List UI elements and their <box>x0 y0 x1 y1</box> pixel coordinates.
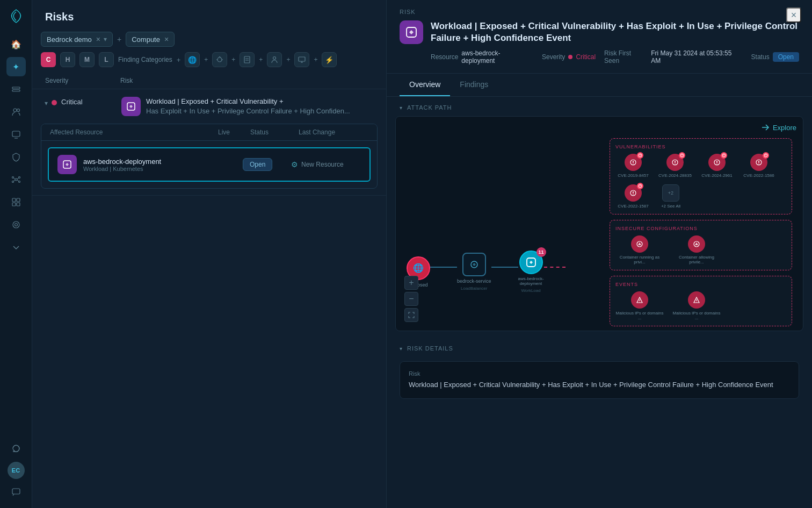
svg-point-19 <box>15 224 17 226</box>
event-item-2: Malicious IPs or domains ... <box>672 291 721 320</box>
status-meta: Status Open <box>751 52 799 62</box>
risk-label: RISK <box>400 9 799 15</box>
vuln-item-2: CVE-2024-28835 <box>657 154 693 178</box>
new-resource-indicator: ⚙ New Resource <box>291 160 361 169</box>
svg-line-10 <box>13 178 15 179</box>
finding-icon-bug[interactable] <box>212 52 227 67</box>
svg-rect-1 <box>12 90 20 91</box>
finding-icon-doc[interactable] <box>240 52 255 67</box>
severity-meta-label: Severity <box>542 53 565 61</box>
status-open-button[interactable]: Open <box>243 158 272 171</box>
workload-sublabel: WorkLoad <box>521 288 540 293</box>
resource-meta: Resource aws-bedrock-deployment <box>431 49 533 65</box>
see-all-label: +2 See All <box>661 204 680 209</box>
vuln-badge-1 <box>637 152 643 159</box>
tab-overview[interactable]: Overview <box>400 74 450 96</box>
severity-low-btn[interactable]: L <box>99 52 114 67</box>
sidebar-item-users[interactable] <box>6 102 26 121</box>
environment-filter-close[interactable]: × <box>96 35 100 44</box>
misconfig-label-2: Container allowing privile... <box>672 255 721 264</box>
misconfig-item-2: Container allowing privile... <box>672 235 721 264</box>
risk-detail-value: Workload | Exposed + Critical Vulnerabil… <box>409 380 790 390</box>
sub-table-row[interactable]: aws-bedrock-deployment Workload | Kubern… <box>48 147 371 182</box>
severity-high-btn[interactable]: H <box>60 52 75 67</box>
misconfig-icon-2 <box>688 235 705 253</box>
sidebar-item-home[interactable]: 🏠 <box>6 34 26 54</box>
filter-plus-icon: + <box>117 35 121 44</box>
risk-subtitle: Has Exploit + In Use + Privilege Control… <box>146 106 350 116</box>
risk-row[interactable]: ▾ Critical Workload | Exposed + Critical… <box>32 89 386 124</box>
page-title: Risks <box>32 0 386 32</box>
vuln-card: VULNERABILITIES CVE-2019-8457 <box>610 138 792 214</box>
svg-point-5 <box>15 178 17 181</box>
attack-path-label: ATTACK PATH <box>407 104 452 111</box>
vuln-icon-3 <box>708 154 726 171</box>
svg-point-18 <box>13 221 19 228</box>
service-circle <box>462 253 486 276</box>
environment-filter[interactable]: Bedrock demo × ▾ <box>41 32 113 47</box>
app-logo <box>6 6 26 26</box>
events-card-title: EVENTS <box>615 282 786 287</box>
svg-point-51 <box>758 163 759 164</box>
risk-details-section-header[interactable]: ▾ RISK DETAILS <box>387 338 812 357</box>
vuln-item-3: CVE-2024-2961 <box>699 154 735 178</box>
new-resource-label: New Resource <box>301 161 344 168</box>
sidebar-item-refresh[interactable] <box>6 439 26 459</box>
filters-row: Bedrock demo × ▾ + Compute × <box>32 32 386 52</box>
svg-line-12 <box>13 180 15 181</box>
sidebar-item-expand[interactable] <box>6 238 26 257</box>
finding-icon-bolt[interactable]: ⚡ <box>322 52 337 67</box>
svg-point-3 <box>17 109 19 112</box>
environment-filter-label: Bedrock demo <box>47 35 92 44</box>
user-avatar[interactable]: EC <box>8 462 25 479</box>
compute-filter-close[interactable]: × <box>164 35 169 44</box>
sidebar-item-shield[interactable] <box>6 147 26 167</box>
sidebar-item-alerts[interactable] <box>6 125 26 144</box>
detail-tabs: Overview Findings <box>387 74 812 97</box>
sidebar-item-risks[interactable]: ✦ <box>6 57 26 76</box>
ap-cards: VULNERABILITIES CVE-2019-8457 <box>610 138 792 326</box>
sub-table-header: Affected Resource Live Status Last Chang… <box>41 124 377 141</box>
risks-panel: Risks Bedrock demo × ▾ + Compute × C H M… <box>32 0 387 508</box>
attack-path-chevron: ▾ <box>400 105 403 111</box>
tab-findings[interactable]: Findings <box>450 74 498 96</box>
resource-type: Workload | Kubernetes <box>83 166 211 172</box>
zoom-fit-button[interactable] <box>404 308 418 322</box>
risk-details-section: Risk Workload | Exposed + Critical Vulne… <box>387 357 812 410</box>
zoom-in-button[interactable]: + <box>404 276 418 290</box>
sidebar-item-camera[interactable] <box>6 215 26 234</box>
finding-icon-person[interactable] <box>267 52 282 67</box>
zoom-out-button[interactable]: − <box>404 292 418 306</box>
explore-button[interactable]: Explore <box>761 123 796 132</box>
svg-rect-20 <box>12 489 20 494</box>
risk-group: ▾ Critical Workload | Exposed + Critical… <box>32 89 386 196</box>
service-sublabel: LoadBalancer <box>461 286 487 291</box>
sidebar-item-graph[interactable] <box>6 170 26 189</box>
risk-icon-box <box>121 97 141 116</box>
misconfig-card-title: INSECURE CONFIGURATIONS <box>615 226 786 231</box>
vuln-item-seeall[interactable]: +2 +2 See All <box>657 184 684 209</box>
sidebar-item-chat[interactable] <box>6 482 26 502</box>
attack-path-section-header[interactable]: ▾ ATTACK PATH <box>387 97 812 116</box>
vuln-item-4: CVE-2022-1586 <box>741 154 777 178</box>
col-risk: Risk <box>120 77 373 84</box>
close-button[interactable]: × <box>786 8 801 23</box>
svg-rect-14 <box>12 198 16 202</box>
sidebar-item-connect[interactable] <box>6 192 26 212</box>
event-label-1: Malicious IPs or domains ... <box>615 311 664 320</box>
finding-icon-globe[interactable]: 🌐 <box>185 52 200 67</box>
sidebar-item-layers[interactable] <box>6 80 26 99</box>
vuln-icon-5 <box>625 184 642 202</box>
svg-rect-4 <box>12 131 20 137</box>
zoom-controls: + − <box>404 276 418 322</box>
finding-icon-screen[interactable] <box>294 52 309 67</box>
svg-rect-22 <box>244 56 250 63</box>
severity-critical-btn[interactable]: C <box>41 52 56 67</box>
severity-medium-btn[interactable]: M <box>79 52 95 67</box>
expand-icon[interactable]: ▾ <box>41 98 52 109</box>
svg-point-2 <box>13 109 17 112</box>
severity-dot <box>52 100 57 105</box>
vuln-label-2: CVE-2024-28835 <box>658 173 692 178</box>
compute-filter[interactable]: Compute × <box>126 32 175 47</box>
vuln-badge-4 <box>763 152 769 159</box>
